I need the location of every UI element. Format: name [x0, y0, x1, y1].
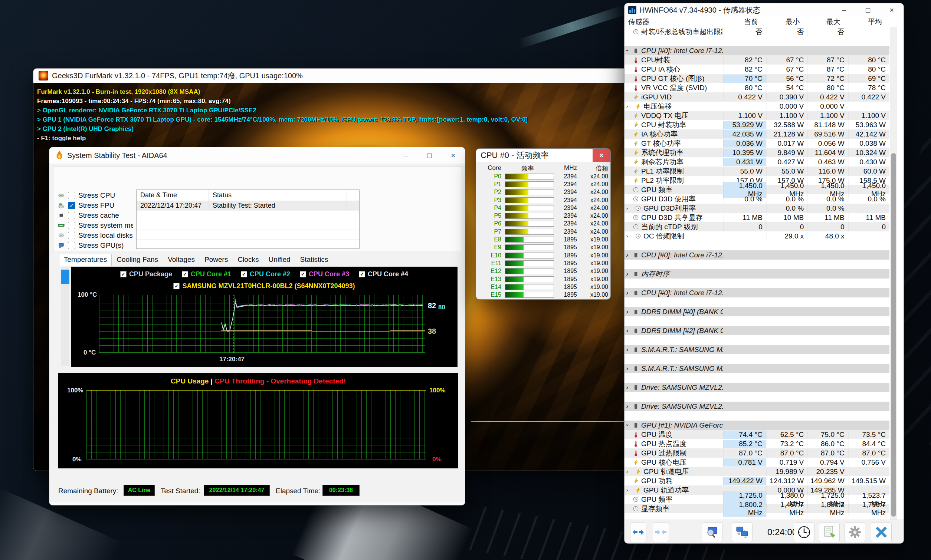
- chevron-right-icon[interactable]: ›: [624, 403, 630, 410]
- tab-statistics[interactable]: Statistics: [295, 254, 333, 266]
- chevron-right-icon[interactable]: ›: [624, 205, 630, 211]
- legend-item-5[interactable]: ✓CPU Core #4: [359, 270, 408, 278]
- section-row[interactable]: ›Drive: SAMSUNG MZVL21...: [624, 383, 889, 392]
- checkbox-icon[interactable]: ✓: [173, 283, 180, 289]
- chevron-right-icon[interactable]: ›: [624, 233, 630, 239]
- tab-powers[interactable]: Powers: [200, 254, 233, 266]
- sensor-row[interactable]: 封装/环形总线功率超出限制否否否: [624, 27, 889, 36]
- legend-item-1[interactable]: ✓CPU Package: [120, 270, 172, 278]
- legend-item-3[interactable]: ✓CPU Core #2: [241, 270, 290, 278]
- legend-item-4[interactable]: ✓CPU Core #3: [300, 270, 349, 278]
- minimize-icon[interactable]: –: [832, 3, 856, 17]
- chevron-right-icon[interactable]: ›: [624, 327, 630, 334]
- table-row[interactable]: 2022/12/14 17:20:47Stability Test: Start…: [137, 201, 359, 211]
- tab-temperatures[interactable]: Temperatures: [59, 254, 112, 266]
- report-button[interactable]: [819, 522, 840, 542]
- tab-cooling-fans[interactable]: Cooling Fans: [112, 254, 163, 266]
- checkbox-icon[interactable]: [68, 232, 76, 239]
- clock-button[interactable]: [794, 522, 814, 542]
- sensor-row[interactable]: GPU D3D 使用率0.0 %0.0 %0.0 %0.0 %: [624, 194, 889, 204]
- tab-unified[interactable]: Unified: [264, 254, 295, 266]
- stress-option-row[interactable]: 123✓Stress FPU: [57, 200, 133, 210]
- sensor-row[interactable]: CPU 封装功率53.929 W32.588 W81.148 W53.963 W: [624, 120, 889, 129]
- checkbox-icon[interactable]: ✓: [182, 271, 188, 277]
- checkbox-icon[interactable]: ✓: [120, 271, 126, 277]
- legend-item-2[interactable]: ✓CPU Core #1: [182, 270, 231, 278]
- section-row[interactable]: ⌄GPU [#1]: NVIDIA GeForc...: [624, 420, 889, 430]
- sensor-row[interactable]: VDDQ TX 电压1.100 V1.100 V1.100 V1.100 V: [624, 111, 889, 120]
- save-button[interactable]: Save: [183, 505, 216, 506]
- sensor-row[interactable]: IA 核心功率42.035 W21.128 W69.516 W42.142 W: [624, 129, 889, 139]
- stress-option-row[interactable]: Stress local disks: [57, 230, 133, 240]
- chevron-right-icon[interactable]: ›: [624, 365, 630, 372]
- checkbox-icon[interactable]: [68, 222, 76, 229]
- checkbox-icon[interactable]: ✓: [68, 202, 76, 209]
- sensor-row[interactable]: PL1 功率限制55.0 W55.0 W116.0 W60.0 W: [624, 166, 889, 176]
- maximize-icon[interactable]: □: [856, 3, 880, 17]
- stop-button[interactable]: Stop: [93, 505, 126, 506]
- tab-voltages[interactable]: Voltages: [163, 254, 200, 266]
- exit-button[interactable]: [871, 522, 892, 542]
- sensor-row[interactable]: GPU 温度74.4 °C62.5 °C75.0 °C73.5 °C: [624, 430, 889, 439]
- clear-button[interactable]: Clear: [143, 505, 176, 506]
- section-row[interactable]: ›DDR5 DIMM [#2] (BANK 0...: [624, 326, 889, 335]
- section-row[interactable]: ›内存时序: [624, 269, 889, 278]
- hwinfo-titlebar[interactable]: HWiNFO64 v7.34-4930 - 传感器状态 – □ ×: [624, 3, 903, 17]
- sensor-row[interactable]: ›GPU D3D利用率0.0 %0.0 %: [624, 204, 889, 213]
- sensor-row[interactable]: GPU 频率1,450.0 MHz1,450.0 MHz1,450.0 MHz1…: [624, 185, 889, 194]
- sensor-row[interactable]: VR VCC 温度 (SVID)80 °C54 °C80 °C78 °C: [624, 83, 889, 92]
- close-icon[interactable]: ×: [441, 147, 465, 163]
- stability-log-table[interactable]: Date & Time Status 2022/12/14 17:20:47St…: [136, 189, 359, 249]
- section-row[interactable]: ›S.M.A.R.T.: SAMSUNG MZ...: [624, 364, 889, 373]
- chevron-right-icon[interactable]: ›: [624, 384, 630, 391]
- chevron-down-icon[interactable]: ⌄: [624, 47, 630, 52]
- section-row[interactable]: ›S.M.A.R.T.: SAMSUNG MZ...: [624, 345, 889, 354]
- stress-option-row[interactable]: Stress CPU: [57, 190, 133, 200]
- tab-clocks[interactable]: Clocks: [233, 254, 264, 266]
- sensor-inspect-button[interactable]: [702, 522, 723, 542]
- start-button[interactable]: Start: [54, 505, 83, 506]
- legend-item-ssd[interactable]: ✓ SAMSUNG MZVL21T0HCLR-00BL2 (S64NNX0T20…: [173, 282, 355, 290]
- furmark-titlebar[interactable]: Geeks3D FurMark v1.32.1.0 - 74FPS, GPU1 …: [33, 69, 627, 83]
- sensor-row[interactable]: GPU 过热限制87.0 °C87.0 °C87.0 °C87.0 °C: [624, 448, 889, 458]
- sensor-row[interactable]: GT 核心功率0.036 W0.017 W0.056 W0.038 W: [624, 139, 889, 148]
- checkbox-icon[interactable]: [68, 242, 76, 249]
- sensor-scrollbar[interactable]: [890, 27, 897, 520]
- chevron-right-icon[interactable]: ›: [624, 251, 630, 259]
- section-row[interactable]: ›CPU [#0]: Intel Core i7-12...: [624, 288, 889, 297]
- expand-arrows-button[interactable]: [630, 522, 646, 542]
- sensor-row[interactable]: iGPU VID0.422 V0.390 V0.422 V0.422 V: [624, 92, 889, 102]
- minimize-icon[interactable]: –: [394, 147, 418, 163]
- chevron-right-icon[interactable]: ›: [624, 289, 630, 297]
- sensor-row[interactable]: 显存频率1,800.2 MHz1,467.7 MHz1,800.2 MHz1,7…: [624, 504, 889, 513]
- stress-option-row[interactable]: Stress cache: [57, 210, 133, 220]
- checkbox-icon[interactable]: [68, 212, 76, 219]
- sensor-row[interactable]: ›GPU 轨道电压19.989 V20.235 V: [624, 467, 889, 476]
- chevron-right-icon[interactable]: ›: [624, 308, 630, 315]
- preferences-button[interactable]: Preferences: [268, 505, 311, 506]
- sensor-row[interactable]: 剩余芯片功率0.431 W0.427 W0.463 W0.430 W: [624, 157, 889, 166]
- settings-gear-icon-button[interactable]: [845, 522, 865, 542]
- collapse-arrows-button[interactable]: [653, 522, 669, 542]
- sensor-row[interactable]: ›OC 倍频限制29.0 x48.0 x: [624, 231, 889, 241]
- chevron-down-icon[interactable]: ⌄: [624, 421, 630, 427]
- sensor-row[interactable]: ›电压偏移0.000 V0.000 V: [624, 102, 889, 111]
- checkbox-icon[interactable]: ✓: [359, 271, 365, 277]
- checkbox-icon[interactable]: ✓: [300, 271, 306, 277]
- sensor-row[interactable]: GPU 热点温度85.2 °C73.2 °C86.0 °C84.4 °C: [624, 439, 889, 448]
- checkbox-icon[interactable]: [68, 192, 76, 199]
- chevron-right-icon[interactable]: ›: [624, 270, 630, 278]
- cpufreq-titlebar[interactable]: CPU #0 - 活动频率 ✕: [476, 149, 610, 162]
- section-row[interactable]: ⌄CPU [#0]: Intel Core i7-12...: [624, 46, 889, 55]
- sensor-row[interactable]: CPU GT 核心 (图形)70 °C56 °C72 °C69 °C: [624, 74, 889, 83]
- aida64-titlebar[interactable]: System Stability Test - AIDA64 – □ ×: [49, 147, 465, 163]
- sensor-row[interactable]: CPU IA 核心82 °C67 °C87 °C80 °C: [624, 65, 889, 74]
- close-icon[interactable]: ✕: [593, 149, 610, 162]
- sensor-row[interactable]: GPU 核心电压0.781 V0.719 V0.794 V0.756 V: [624, 458, 889, 467]
- sensor-row[interactable]: GPU D3D 共享显存11 MB10 MB11 MB11 MB: [624, 213, 889, 222]
- sensor-row[interactable]: CPU封装82 °C67 °C87 °C80 °C: [624, 55, 889, 65]
- checkbox-icon[interactable]: ✓: [241, 271, 247, 277]
- stress-option-row[interactable]: Stress system memory: [57, 220, 133, 230]
- graph-scrollbar-thumb[interactable]: [61, 269, 69, 284]
- chevron-right-icon[interactable]: ›: [624, 487, 630, 493]
